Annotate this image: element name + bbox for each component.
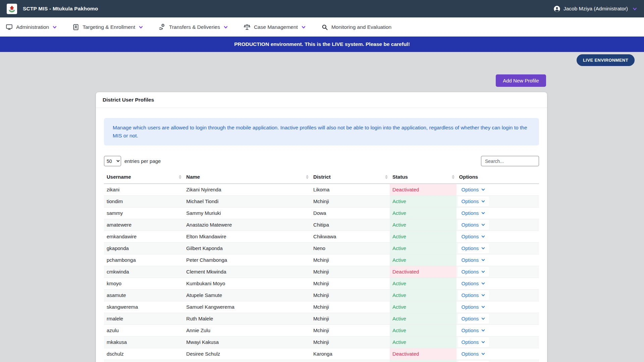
user-label: Jacob Mziya (Administrator) (564, 6, 628, 12)
cell-name: Zikani Nyirenda (183, 184, 311, 195)
chevron-down-icon (52, 25, 57, 29)
production-banner-text: PRODUCTION environment. This is the LIVE… (234, 41, 410, 47)
options-button[interactable]: Options (458, 361, 489, 362)
entries-per-page-label: entries per page (124, 158, 161, 164)
chevron-down-icon (481, 246, 485, 250)
options-button[interactable]: Options (458, 314, 489, 323)
status-badge: Deactivated (390, 348, 456, 360)
cell-district: Neno (311, 242, 390, 254)
entries-per-page-select[interactable]: 50 (104, 156, 121, 166)
chevron-down-icon (481, 281, 485, 286)
status-badge: Active (390, 301, 456, 313)
cell-options: Options (457, 195, 539, 207)
sort-icon (452, 175, 454, 179)
options-button[interactable]: Options (458, 232, 489, 241)
options-button[interactable]: Options (458, 208, 489, 218)
table-row: sammy Sammy Muriuki Dowa Active Options (104, 207, 539, 219)
status-badge: Active (390, 336, 456, 348)
nav-item-monitoring-evaluation[interactable]: Monitoring and Evaluation (321, 24, 391, 31)
entries-per-page-control: 50 entries per page (104, 156, 161, 166)
status-badge: Active (390, 207, 456, 219)
table-controls: 50 entries per page (104, 156, 539, 166)
search-icon (321, 24, 328, 31)
table-header-row: Username Name District Status (104, 171, 539, 184)
nav-item-transfers-deliveries[interactable]: Transfers & Deliveries (159, 23, 228, 31)
add-new-profile-button[interactable]: Add New Profile (496, 74, 546, 87)
options-button[interactable]: Options (458, 337, 489, 347)
status-badge: Active (390, 231, 456, 242)
status-badge: Active (390, 278, 456, 289)
cell-options: Options (457, 336, 539, 348)
table-row: cmkwinda Clement Mkwinda Mchinji Deactiv… (104, 266, 539, 278)
chevron-down-icon (481, 316, 485, 321)
cell-options: Options (457, 184, 539, 195)
chevron-down-icon (481, 340, 485, 344)
cell-options: Options (457, 278, 539, 289)
status-badge: Active (390, 254, 456, 266)
info-alert: Manage which users are allowed to login … (104, 118, 539, 145)
cell-options: Options (457, 242, 539, 254)
cell-username: sammy (104, 207, 183, 219)
options-button[interactable]: Options (458, 220, 489, 230)
options-button[interactable]: Options (458, 255, 489, 265)
options-button[interactable]: Options (458, 325, 489, 335)
chevron-down-icon (481, 211, 485, 215)
coat-of-arms-icon (8, 5, 16, 13)
cell-username: cmkwinda (104, 266, 183, 278)
cell-name: Ruth Malele (183, 313, 311, 324)
nav-label: Administration (16, 24, 49, 30)
nav-label: Monitoring and Evaluation (331, 24, 391, 30)
cell-username: skangwerema (104, 301, 183, 313)
cell-name: Gilbert Kaponda (183, 242, 311, 254)
column-header-username[interactable]: Username (104, 171, 183, 184)
cell-username: asamute (104, 289, 183, 301)
cell-name: Peter Chambonga (183, 254, 311, 266)
cell-options: Options (457, 313, 539, 324)
cell-options: Options (457, 360, 539, 362)
cell-name: Clement Mkwinda (183, 266, 311, 278)
nav-item-administration[interactable]: Administration (6, 23, 57, 31)
search-input[interactable] (481, 156, 539, 166)
nav-item-case-management[interactable]: Case Management (244, 23, 306, 31)
cell-name: Kumbukani Moyo (183, 278, 311, 289)
status-badge: Deactivated (390, 184, 456, 195)
cell-district: Likoma (311, 184, 390, 195)
production-banner: PRODUCTION environment. This is the LIVE… (0, 37, 644, 52)
cell-name: Mwayi Kakusa (183, 336, 311, 348)
options-button[interactable]: Options (458, 290, 489, 300)
cell-username: emkandawire (104, 231, 183, 242)
table-row: amatewere Anastazio Matewere Chitipa Act… (104, 219, 539, 231)
options-button[interactable]: Options (458, 243, 489, 253)
options-button[interactable]: Options (458, 279, 489, 288)
options-button[interactable]: Options (458, 349, 489, 359)
options-button[interactable]: Options (458, 267, 489, 277)
nav-item-targeting-enrollment[interactable]: Targeting & Enrollment (72, 24, 143, 31)
options-button[interactable]: Options (458, 302, 489, 312)
cell-name: Atupele Samute (183, 289, 311, 301)
cell-options: Options (457, 324, 539, 336)
cell-name: Anastazio Matewere (183, 219, 311, 231)
cell-options: Options (457, 348, 539, 360)
cell-options: Options (457, 289, 539, 301)
monitor-icon (6, 23, 13, 31)
cell-name: Sammy Muriuki (183, 207, 311, 219)
table-row: rmalele Ruth Malele Mchinji Active Optio… (104, 313, 539, 324)
options-button[interactable]: Options (458, 185, 489, 194)
cell-username: pchambonga (104, 254, 183, 266)
column-header-status[interactable]: Status (390, 171, 456, 184)
cell-username: dschulz (104, 348, 183, 360)
cell-username: amatewere (104, 219, 183, 231)
cell-username: tiondim (104, 195, 183, 207)
cell-district: Mchinji (311, 336, 390, 348)
cell-district: Mchinji (311, 266, 390, 278)
cell-name: Michael Tiondi (183, 195, 311, 207)
options-button[interactable]: Options (458, 196, 489, 206)
table-row: emkandawire Elton Mkandawire Chikwawa Ac… (104, 231, 539, 242)
user-menu[interactable]: Jacob Mziya (Administrator) (553, 5, 637, 12)
table-row: asamute Atupele Samute Mchinji Active Op… (104, 289, 539, 301)
live-environment-badge: LIVE ENVIRONMENT (577, 54, 635, 66)
column-header-name[interactable]: Name (183, 171, 311, 184)
chevron-down-icon (481, 305, 485, 309)
cell-options: Options (457, 231, 539, 242)
column-header-district[interactable]: District (311, 171, 390, 184)
